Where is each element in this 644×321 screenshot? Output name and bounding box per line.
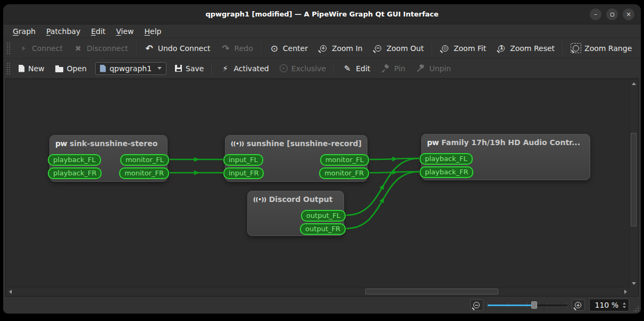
zoom-out-button[interactable]: −Zoom Out — [368, 41, 429, 55]
zoom-spinbox[interactable]: 110 % — [589, 299, 629, 311]
pipewire-icon: pw — [55, 140, 67, 147]
save-button[interactable]: Save — [170, 62, 209, 75]
scroll-up-icon[interactable] — [630, 80, 638, 87]
title-bar[interactable]: qpwgraph1 [modified] — A PipeWire Graph … — [3, 4, 641, 24]
unpin-button[interactable]: Unpin — [411, 61, 456, 75]
stream-icon: ((•)) — [231, 141, 244, 147]
zoom-slider[interactable] — [488, 300, 567, 310]
patchbay-select[interactable]: qpwgraph1 — [95, 62, 166, 75]
zoom-out-button[interactable]: − — [470, 299, 483, 311]
scroll-right-icon[interactable] — [622, 288, 629, 295]
connect-icon — [19, 44, 28, 53]
filedoc-icon — [100, 65, 106, 72]
label: Connect — [32, 44, 63, 53]
menu-edit[interactable]: Edit — [86, 26, 111, 37]
minimize-icon[interactable]: – — [590, 9, 601, 20]
scrollbar-corner — [629, 287, 638, 295]
label: Disconnect — [87, 44, 128, 53]
node-title: Discord Output — [269, 195, 333, 204]
toolbar-drag-handle[interactable] — [6, 62, 10, 75]
toolbar-separator — [563, 43, 563, 54]
connect-button[interactable]: Connect — [13, 41, 68, 55]
app-window: qpwgraph1 [modified] — A PipeWire Graph … — [3, 4, 641, 314]
spin-down-icon[interactable] — [623, 306, 626, 308]
port-playback_FR[interactable]: playback_FR — [420, 166, 473, 178]
port-playback_FL[interactable]: playback_FL — [48, 154, 101, 166]
zoom-reset-button[interactable]: 1Zoom Reset — [491, 41, 560, 55]
horizontal-scroll-thumb[interactable] — [365, 289, 498, 294]
toolbar-separator — [136, 43, 137, 54]
port-playback_FL[interactable]: playback_FL — [420, 153, 473, 165]
center-button[interactable]: Center — [264, 41, 313, 55]
zoom-fit-button[interactable]: ▫Zoom Fit — [435, 41, 491, 55]
label: Activated — [233, 64, 269, 73]
port-monitor_FL[interactable]: monitor_FL — [120, 154, 169, 166]
zoom-range-button[interactable]: Zoom Range — [566, 41, 637, 55]
port-output_FL[interactable]: output_FL — [301, 210, 346, 222]
open-button[interactable]: Open — [50, 62, 92, 75]
label: qpwgraph1 — [110, 64, 152, 73]
undo-connect-button[interactable]: Undo Connect — [139, 41, 216, 55]
node-family[interactable]: pwFamily 17h/19h HD Audio Contr...playba… — [421, 134, 590, 180]
connection-arrow-icon — [380, 184, 384, 190]
node-discord[interactable]: ((•))Discord Outputoutput_FLoutput_FR — [247, 191, 344, 236]
connection-arrow-icon — [380, 197, 384, 203]
zoom-in-button[interactable]: +Zoom In — [313, 41, 368, 55]
zoom-out-icon: − — [373, 44, 383, 53]
horizontal-scrollbar[interactable] — [6, 287, 629, 295]
toolbar-separator — [432, 43, 432, 54]
disconnect-button[interactable]: Disconnect — [68, 41, 133, 55]
port-playback_FR[interactable]: playback_FR — [48, 167, 102, 179]
zoom-in-icon: + — [319, 44, 328, 53]
pin-button[interactable]: Pin — [375, 61, 411, 75]
toolbar-graph: ConnectDisconnectUndo ConnectRedoCenter+… — [3, 38, 641, 58]
exclusive-button[interactable]: Exclusive — [274, 62, 331, 75]
resize-grip-icon[interactable] — [632, 305, 639, 312]
zoom-fit-icon: ▫ — [440, 44, 450, 53]
menu-patchbay[interactable]: Patchbay — [41, 26, 86, 37]
undo-icon — [145, 44, 154, 53]
scroll-down-icon[interactable] — [630, 280, 638, 287]
connection-arrow-icon — [194, 157, 199, 162]
maximize-icon[interactable] — [606, 9, 618, 20]
port-monitor_FL[interactable]: monitor_FL — [320, 154, 369, 166]
zoom-in-button[interactable]: + — [572, 299, 585, 311]
zoom-value: 110 % — [595, 301, 618, 309]
node-header: ((•))sunshine [sunshine-record] — [225, 136, 367, 148]
node-sunshine[interactable]: ((•))sunshine [sunshine-record]input_FLi… — [225, 135, 367, 182]
redo-button[interactable]: Redo — [216, 41, 258, 55]
port-monitor_FR[interactable]: monitor_FR — [119, 167, 169, 179]
label: Exclusive — [291, 64, 326, 73]
edit-button[interactable]: Edit — [337, 61, 375, 75]
exclusive-icon — [280, 64, 288, 72]
activated-icon — [220, 64, 230, 73]
port-input_FR[interactable]: input_FR — [223, 167, 264, 179]
graph-canvas-frame: pwsink-sunshine-stereoplayback_FLplaybac… — [5, 79, 639, 297]
label: Undo Connect — [158, 44, 211, 53]
toolbar-drag-handle[interactable] — [6, 42, 10, 55]
menu-view[interactable]: View — [111, 26, 139, 37]
menu-help[interactable]: Help — [139, 26, 167, 37]
activated-button[interactable]: Activated — [215, 61, 274, 75]
label: Zoom Reset — [510, 44, 555, 53]
port-monitor_FR[interactable]: monitor_FR — [319, 167, 369, 179]
connection-wire[interactable] — [370, 158, 419, 159]
new-button[interactable]: New — [13, 62, 50, 75]
connection-wire[interactable] — [370, 172, 419, 173]
vertical-scrollbar[interactable] — [629, 80, 638, 287]
label: Zoom Range — [584, 44, 632, 53]
graph-canvas[interactable]: pwsink-sunshine-stereoplayback_FLplaybac… — [6, 80, 629, 287]
unpin-icon — [416, 64, 425, 73]
spin-up-icon[interactable] — [623, 302, 626, 305]
new-icon — [19, 65, 24, 72]
scroll-left-icon[interactable] — [6, 288, 14, 295]
node-sink[interactable]: pwsink-sunshine-stereoplayback_FLplaybac… — [49, 135, 168, 182]
port-input_FL[interactable]: input_FL — [223, 154, 263, 166]
port-output_FR[interactable]: output_FR — [300, 223, 346, 235]
toolbar-patchbay: NewOpenqpwgraph1SaveActivatedExclusiveEd… — [3, 58, 641, 79]
menu-graph[interactable]: Graph — [7, 26, 41, 37]
slider-handle[interactable] — [531, 301, 537, 309]
vertical-scroll-thumb[interactable] — [631, 133, 637, 226]
close-icon[interactable]: × — [623, 9, 634, 20]
pipewire-icon: pw — [427, 139, 439, 146]
